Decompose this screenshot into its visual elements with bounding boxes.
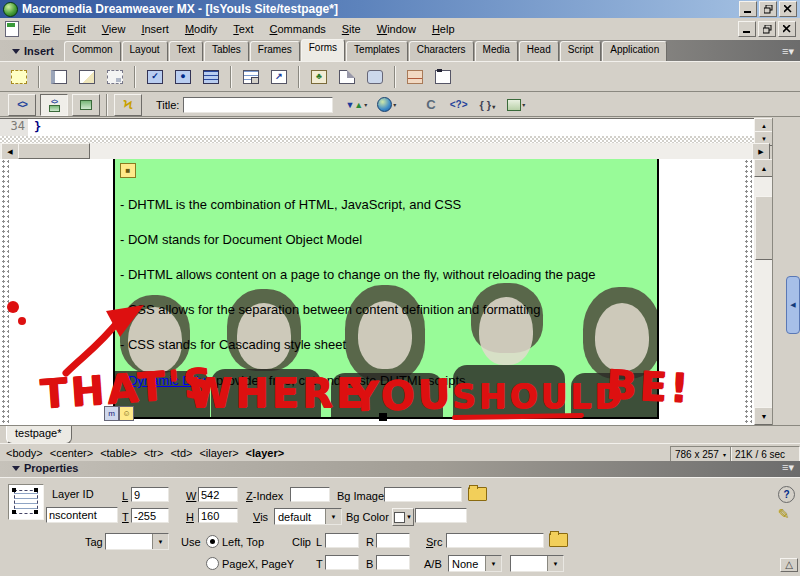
close-button[interactable]	[779, 1, 797, 17]
checkbox-icon[interactable]: ✓	[144, 67, 166, 87]
panel-menu-icon[interactable]: ≡▾	[782, 45, 794, 58]
bg-image-input[interactable]	[384, 487, 462, 502]
tab-templates[interactable]: Templates	[346, 41, 408, 61]
tab-tables[interactable]: Tables	[204, 41, 249, 61]
tab-script[interactable]: Script	[560, 41, 602, 61]
menu-file[interactable]: File	[25, 20, 59, 38]
tab-layout[interactable]: Layout	[122, 41, 168, 61]
menu-site[interactable]: Site	[334, 20, 369, 38]
menu-modify[interactable]: Modify	[177, 20, 225, 38]
tab-common[interactable]: Common	[64, 41, 121, 61]
ab-dropdown[interactable]: None ▼	[448, 555, 502, 572]
design-view[interactable]: ■ - DHTML is the combination of HTML, Ja…	[0, 159, 754, 425]
bg-color-input[interactable]	[415, 508, 467, 523]
hidden-field-icon[interactable]	[104, 67, 126, 87]
tag-tr[interactable]: <tr>	[144, 447, 164, 459]
tag-ilayer[interactable]: <ilayer>	[199, 447, 238, 459]
layer-anchor-icon[interactable]: ■	[120, 163, 136, 178]
button-icon[interactable]	[336, 67, 358, 87]
doc-minimize-button[interactable]	[738, 21, 756, 37]
document-icon[interactable]	[5, 21, 19, 37]
tab-application[interactable]: Application	[602, 41, 667, 61]
panel-menu-icon[interactable]: ≡▾	[782, 461, 794, 474]
jump-menu-icon[interactable]	[240, 67, 262, 87]
menu-commands[interactable]: Commands	[262, 20, 334, 38]
tag-layer-selected[interactable]: <layer>	[246, 447, 285, 459]
scroll-up-icon[interactable]: ▲	[754, 159, 774, 177]
code-view-button[interactable]: <>	[8, 94, 36, 116]
menu-view[interactable]: View	[94, 20, 134, 38]
refresh-icon[interactable]: C	[426, 97, 435, 112]
menu-insert[interactable]: Insert	[133, 20, 177, 38]
tab-forms[interactable]: Forms	[301, 39, 345, 61]
clip-right-input[interactable]	[376, 533, 410, 548]
tag-td[interactable]: <td>	[170, 447, 192, 459]
live-data-view-button[interactable]: Ϟ	[114, 94, 142, 116]
document-tab[interactable]: testpage*	[6, 426, 72, 444]
tab-media[interactable]: Media	[475, 41, 518, 61]
label-tag-icon[interactable]	[404, 67, 426, 87]
fieldset-icon[interactable]	[432, 67, 454, 87]
file-management-icon[interactable]: ▼▲▾	[345, 100, 367, 110]
label-icon[interactable]	[364, 67, 386, 87]
preview-in-browser-icon[interactable]: ▾	[377, 97, 396, 112]
file-field-icon[interactable]: ♣	[308, 67, 330, 87]
color-picker-icon[interactable]: ▼	[392, 508, 414, 526]
layer-id-input[interactable]	[46, 507, 118, 523]
left-top-radio[interactable]	[206, 535, 219, 548]
list-menu-icon[interactable]	[200, 67, 222, 87]
tag-body[interactable]: <body>	[6, 447, 43, 459]
height-input[interactable]	[198, 508, 238, 523]
tab-head[interactable]: Head	[519, 41, 559, 61]
text-field-icon[interactable]	[48, 67, 70, 87]
ab-secondary-dropdown[interactable]: ▼	[510, 555, 564, 572]
tab-characters[interactable]: Characters	[409, 41, 474, 61]
browse-folder-icon[interactable]	[549, 533, 568, 547]
clip-bottom-input[interactable]	[376, 555, 410, 570]
menu-text[interactable]: Text	[225, 20, 261, 38]
restore-button[interactable]	[759, 1, 777, 17]
minimize-button[interactable]	[739, 1, 757, 17]
doc-restore-button[interactable]	[758, 21, 776, 37]
design-view-button[interactable]	[72, 94, 100, 116]
radio-button-icon[interactable]: ●	[172, 67, 194, 87]
horizontal-scrollbar[interactable]: ◀ ▶	[0, 143, 770, 159]
menu-edit[interactable]: Edit	[59, 20, 94, 38]
scroll-down-icon[interactable]: ▼	[754, 407, 774, 425]
clip-top-input[interactable]	[325, 555, 359, 570]
doc-close-button[interactable]	[778, 21, 796, 37]
help-icon[interactable]: ?	[778, 486, 795, 503]
quick-tag-editor-icon[interactable]: ✎	[778, 506, 790, 522]
form-icon[interactable]	[8, 67, 30, 87]
z-index-input[interactable]	[290, 487, 330, 502]
page-title-input[interactable]	[183, 97, 333, 113]
dock-collapse-handle[interactable]: ◀	[786, 276, 800, 334]
menu-window[interactable]: Window	[369, 20, 424, 38]
code-view[interactable]: 34 }	[0, 118, 754, 144]
textarea-icon[interactable]	[76, 67, 98, 87]
top-input[interactable]	[131, 508, 169, 523]
vis-dropdown[interactable]: default ▼	[274, 508, 342, 525]
menu-help[interactable]: Help	[424, 20, 463, 38]
code-navigation-icon[interactable]: { }▾	[480, 99, 496, 111]
pagex-pagey-radio[interactable]	[206, 557, 219, 570]
left-input[interactable]	[131, 487, 169, 502]
clip-left-input[interactable]	[325, 533, 359, 548]
tab-text[interactable]: Text	[169, 41, 203, 61]
tag-center[interactable]: <center>	[50, 447, 93, 459]
properties-panel-header[interactable]: Properties ≡▾	[0, 461, 800, 477]
src-input[interactable]	[446, 533, 544, 548]
tag-table[interactable]: <table>	[100, 447, 137, 459]
window-size-indicator[interactable]: 786 x 257▾	[670, 446, 732, 462]
tag-dropdown[interactable]: ▼	[105, 533, 169, 550]
split-view-button[interactable]: <>	[40, 94, 68, 116]
insert-panel-title[interactable]: Insert	[0, 45, 64, 61]
image-field-icon[interactable]: ↗	[268, 67, 290, 87]
browse-folder-icon[interactable]	[468, 487, 487, 501]
expander-arrow-icon[interactable]: △	[780, 558, 798, 572]
reference-icon[interactable]: <?>	[450, 99, 468, 110]
tab-frames[interactable]: Frames	[250, 41, 300, 61]
hscroll-thumb[interactable]	[18, 143, 90, 159]
vscroll-thumb[interactable]	[755, 196, 773, 260]
view-options-icon[interactable]: ▾	[507, 99, 525, 111]
